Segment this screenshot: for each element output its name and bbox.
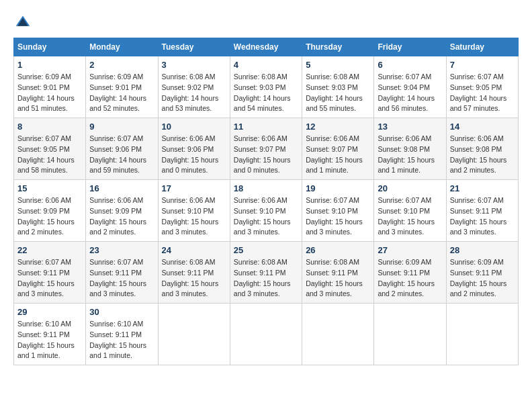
- day-info: Sunrise: 6:09 AM Sunset: 9:01 PM Dayligh…: [89, 72, 154, 114]
- day-number: 20: [378, 183, 442, 193]
- calendar-cell: 9Sunrise: 6:07 AM Sunset: 9:06 PM Daylig…: [86, 118, 158, 180]
- day-info: Sunrise: 6:07 AM Sunset: 9:11 PM Dayligh…: [450, 195, 515, 238]
- day-header-tuesday: Tuesday: [158, 38, 230, 56]
- day-number: 26: [306, 245, 370, 255]
- calendar-cell: 19Sunrise: 6:07 AM Sunset: 9:10 PM Dayli…: [302, 180, 374, 242]
- calendar-cell: [230, 304, 302, 365]
- calendar-cell: 30Sunrise: 6:10 AM Sunset: 9:11 PM Dayli…: [86, 304, 158, 365]
- day-number: 1: [17, 60, 82, 70]
- day-number: 3: [162, 60, 226, 70]
- calendar-cell: 3Sunrise: 6:08 AM Sunset: 9:02 PM Daylig…: [158, 56, 230, 118]
- day-info: Sunrise: 6:08 AM Sunset: 9:03 PM Dayligh…: [234, 72, 298, 114]
- day-header-friday: Friday: [374, 38, 446, 56]
- day-number: 4: [234, 60, 298, 70]
- day-info: Sunrise: 6:06 AM Sunset: 9:08 PM Dayligh…: [450, 134, 515, 176]
- calendar-header-row: SundayMondayTuesdayWednesdayThursdayFrid…: [14, 38, 519, 56]
- day-number: 18: [234, 183, 298, 193]
- day-header-thursday: Thursday: [302, 38, 374, 56]
- calendar-cell: 5Sunrise: 6:08 AM Sunset: 9:03 PM Daylig…: [302, 56, 374, 118]
- calendar-cell: 6Sunrise: 6:07 AM Sunset: 9:04 PM Daylig…: [374, 56, 446, 118]
- day-number: 22: [17, 245, 82, 255]
- day-info: Sunrise: 6:07 AM Sunset: 9:04 PM Dayligh…: [378, 72, 442, 114]
- day-number: 12: [306, 122, 370, 132]
- calendar-cell: 26Sunrise: 6:08 AM Sunset: 9:11 PM Dayli…: [302, 242, 374, 304]
- day-number: 29: [17, 307, 82, 317]
- day-number: 13: [378, 122, 442, 132]
- calendar-cell: 29Sunrise: 6:10 AM Sunset: 9:11 PM Dayli…: [14, 304, 86, 365]
- day-number: 7: [450, 60, 515, 70]
- day-number: 23: [89, 245, 154, 255]
- calendar-cell: 25Sunrise: 6:08 AM Sunset: 9:11 PM Dayli…: [230, 242, 302, 304]
- calendar-week-1: 1Sunrise: 6:09 AM Sunset: 9:01 PM Daylig…: [14, 56, 519, 118]
- calendar-cell: 7Sunrise: 6:07 AM Sunset: 9:05 PM Daylig…: [446, 56, 518, 118]
- day-header-wednesday: Wednesday: [230, 38, 302, 56]
- calendar-cell: 14Sunrise: 6:06 AM Sunset: 9:08 PM Dayli…: [446, 118, 518, 180]
- calendar-cell: 15Sunrise: 6:06 AM Sunset: 9:09 PM Dayli…: [14, 180, 86, 242]
- day-number: 25: [234, 245, 298, 255]
- calendar-cell: 28Sunrise: 6:09 AM Sunset: 9:11 PM Dayli…: [446, 242, 518, 304]
- day-info: Sunrise: 6:07 AM Sunset: 9:11 PM Dayligh…: [89, 257, 154, 300]
- calendar-cell: 10Sunrise: 6:06 AM Sunset: 9:06 PM Dayli…: [158, 118, 230, 180]
- calendar-cell: 22Sunrise: 6:07 AM Sunset: 9:11 PM Dayli…: [14, 242, 86, 304]
- calendar-cell: 2Sunrise: 6:09 AM Sunset: 9:01 PM Daylig…: [86, 56, 158, 118]
- day-number: 24: [162, 245, 226, 255]
- day-number: 16: [89, 183, 154, 193]
- calendar-cell: 16Sunrise: 6:06 AM Sunset: 9:09 PM Dayli…: [86, 180, 158, 242]
- day-number: 17: [162, 183, 226, 193]
- calendar-body: 1Sunrise: 6:09 AM Sunset: 9:01 PM Daylig…: [14, 56, 519, 365]
- day-info: Sunrise: 6:07 AM Sunset: 9:05 PM Dayligh…: [17, 134, 82, 176]
- day-info: Sunrise: 6:09 AM Sunset: 9:11 PM Dayligh…: [450, 257, 515, 300]
- calendar-cell: 23Sunrise: 6:07 AM Sunset: 9:11 PM Dayli…: [86, 242, 158, 304]
- calendar-cell: 24Sunrise: 6:08 AM Sunset: 9:11 PM Dayli…: [158, 242, 230, 304]
- calendar-cell: 18Sunrise: 6:06 AM Sunset: 9:10 PM Dayli…: [230, 180, 302, 242]
- day-header-monday: Monday: [86, 38, 158, 56]
- day-number: 14: [450, 122, 515, 132]
- day-info: Sunrise: 6:06 AM Sunset: 9:10 PM Dayligh…: [162, 195, 226, 238]
- day-number: 5: [306, 60, 370, 70]
- calendar-cell: 12Sunrise: 6:06 AM Sunset: 9:07 PM Dayli…: [302, 118, 374, 180]
- day-number: 21: [450, 183, 515, 193]
- day-number: 6: [378, 60, 442, 70]
- page-header: [13, 13, 519, 27]
- day-info: Sunrise: 6:06 AM Sunset: 9:10 PM Dayligh…: [234, 195, 298, 238]
- calendar-cell: 17Sunrise: 6:06 AM Sunset: 9:10 PM Dayli…: [158, 180, 230, 242]
- day-info: Sunrise: 6:09 AM Sunset: 9:11 PM Dayligh…: [378, 257, 442, 300]
- calendar-cell: 20Sunrise: 6:07 AM Sunset: 9:10 PM Dayli…: [374, 180, 446, 242]
- day-number: 10: [162, 122, 226, 132]
- calendar-week-5: 29Sunrise: 6:10 AM Sunset: 9:11 PM Dayli…: [14, 304, 519, 365]
- day-number: 9: [89, 122, 154, 132]
- day-info: Sunrise: 6:07 AM Sunset: 9:05 PM Dayligh…: [450, 72, 515, 114]
- calendar-week-4: 22Sunrise: 6:07 AM Sunset: 9:11 PM Dayli…: [14, 242, 519, 304]
- day-info: Sunrise: 6:06 AM Sunset: 9:09 PM Dayligh…: [17, 195, 82, 238]
- day-info: Sunrise: 6:06 AM Sunset: 9:09 PM Dayligh…: [89, 195, 154, 238]
- calendar-week-3: 15Sunrise: 6:06 AM Sunset: 9:09 PM Dayli…: [14, 180, 519, 242]
- day-info: Sunrise: 6:07 AM Sunset: 9:10 PM Dayligh…: [378, 195, 442, 238]
- calendar-cell: [446, 304, 518, 365]
- day-number: 28: [450, 245, 515, 255]
- calendar-cell: 11Sunrise: 6:06 AM Sunset: 9:07 PM Dayli…: [230, 118, 302, 180]
- calendar-cell: 1Sunrise: 6:09 AM Sunset: 9:01 PM Daylig…: [14, 56, 86, 118]
- calendar-cell: 4Sunrise: 6:08 AM Sunset: 9:03 PM Daylig…: [230, 56, 302, 118]
- day-header-saturday: Saturday: [446, 38, 518, 56]
- day-number: 2: [89, 60, 154, 70]
- day-number: 27: [378, 245, 442, 255]
- day-info: Sunrise: 6:09 AM Sunset: 9:01 PM Dayligh…: [17, 72, 82, 114]
- calendar-cell: [374, 304, 446, 365]
- calendar-week-2: 8Sunrise: 6:07 AM Sunset: 9:05 PM Daylig…: [14, 118, 519, 180]
- day-info: Sunrise: 6:07 AM Sunset: 9:06 PM Dayligh…: [89, 134, 154, 176]
- day-info: Sunrise: 6:08 AM Sunset: 9:03 PM Dayligh…: [306, 72, 370, 114]
- day-info: Sunrise: 6:07 AM Sunset: 9:11 PM Dayligh…: [17, 257, 82, 300]
- calendar-cell: 13Sunrise: 6:06 AM Sunset: 9:08 PM Dayli…: [374, 118, 446, 180]
- day-info: Sunrise: 6:06 AM Sunset: 9:06 PM Dayligh…: [162, 134, 226, 176]
- day-number: 15: [17, 183, 82, 193]
- day-info: Sunrise: 6:08 AM Sunset: 9:11 PM Dayligh…: [306, 257, 370, 300]
- day-number: 8: [17, 122, 82, 132]
- logo-icon: [15, 13, 31, 30]
- day-info: Sunrise: 6:10 AM Sunset: 9:11 PM Dayligh…: [17, 319, 82, 361]
- day-number: 11: [234, 122, 298, 132]
- calendar-cell: 21Sunrise: 6:07 AM Sunset: 9:11 PM Dayli…: [446, 180, 518, 242]
- day-number: 19: [306, 183, 370, 193]
- day-info: Sunrise: 6:10 AM Sunset: 9:11 PM Dayligh…: [89, 319, 154, 361]
- day-info: Sunrise: 6:06 AM Sunset: 9:07 PM Dayligh…: [234, 134, 298, 176]
- calendar-cell: [302, 304, 374, 365]
